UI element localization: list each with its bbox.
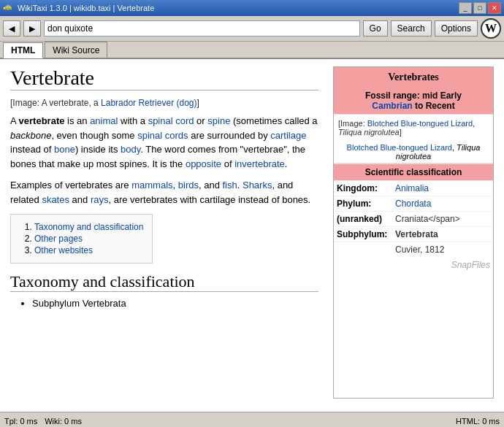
- status-bar: Tpl: 0 ms Wiki: 0 ms HTML: 0 ms: [0, 412, 504, 427]
- go-button[interactable]: Go: [363, 20, 388, 36]
- wiki-status: Wiki: 0 ms: [45, 417, 82, 426]
- phylum-label: Phylum:: [337, 199, 395, 209]
- window-controls: _ □ ✕: [459, 2, 501, 14]
- body-link[interactable]: body: [121, 144, 140, 155]
- subphylum-value: Vertebrata: [395, 229, 438, 239]
- infobox-row-phylum: Phylum: Chordata: [334, 196, 493, 211]
- lizard-caption-link[interactable]: Blotched Blue-tongued Lizard: [347, 143, 452, 152]
- cartilage-link[interactable]: cartilage: [270, 130, 306, 141]
- birds-link[interactable]: birds: [178, 180, 199, 191]
- infobox-image: [Image: Blotched Blue-tongued Lizard, Ti…: [334, 114, 493, 141]
- app-icon: 🚕: [3, 2, 15, 14]
- infobox: Vertebrates Fossil range: mid Early Camb…: [333, 66, 494, 399]
- chordata-link[interactable]: Chordata: [395, 199, 431, 209]
- phylum-value: Chordata: [395, 199, 431, 209]
- main-content: Vertebrate [Image: A vertebrate, a Labra…: [10, 66, 318, 404]
- section-title-taxonomy: Taxonomy and classification: [10, 272, 318, 292]
- animal-link[interactable]: animal: [90, 115, 118, 126]
- window-title: WikiTaxi 1.3.0 | wikidb.taxi | Vertebrat…: [18, 4, 459, 12]
- html-status: HTML: 0 ms: [456, 417, 500, 426]
- mammals-link[interactable]: mammals: [131, 180, 172, 191]
- toc-item-1[interactable]: Taxonomy and classification: [34, 222, 143, 232]
- unranked-value: Craniata</span>: [395, 214, 460, 224]
- back-button[interactable]: ◀: [3, 20, 20, 36]
- table-of-contents: Taxonomy and classification Other pages …: [10, 214, 153, 263]
- toolbar: ◀ ▶ Go Search Options W: [0, 16, 504, 42]
- infobox-row-unranked: (unranked) Craniata</span>: [334, 211, 493, 226]
- watermark: SnapFiles: [334, 257, 493, 273]
- minimize-button[interactable]: _: [459, 2, 472, 14]
- subphylum-label: Subphylum:: [337, 229, 395, 239]
- infobox-fossil-range: Fossil range: mid Early Cambrian to Rece…: [334, 88, 493, 114]
- bone-link[interactable]: bone: [54, 144, 75, 155]
- skates-link[interactable]: skates: [42, 194, 69, 205]
- infobox-row-kingdom: Kingdom: Animalia: [334, 180, 493, 196]
- unranked-label: (unranked): [337, 214, 395, 224]
- infobox-caption: Blotched Blue-tongued Lizard, Tiliqua ni…: [334, 141, 493, 164]
- title-bar: 🚕 WikiTaxi 1.3.0 | wikidb.taxi | Vertebr…: [0, 0, 504, 16]
- infobox-row-subphylum: Subphylum: Vertebrata: [334, 226, 493, 242]
- spine-link[interactable]: spine: [207, 115, 230, 126]
- image-link[interactable]: Labrador Retriever (dog): [101, 98, 196, 108]
- page-title: Vertebrate: [10, 66, 318, 91]
- search-button[interactable]: Search: [391, 20, 432, 36]
- rays-link[interactable]: rays: [91, 194, 109, 205]
- lizard-image-link[interactable]: Blotched Blue-tongued Lizard: [367, 119, 473, 128]
- examples-paragraph: Examples of vertebrates are mammals, bir…: [10, 178, 318, 207]
- bullet-list: Subphylum Vertebrata: [10, 298, 318, 309]
- intro-paragraph: A vertebrate is an animal with a spinal …: [10, 114, 318, 171]
- forward-button[interactable]: ▶: [23, 20, 41, 36]
- address-input[interactable]: [44, 20, 360, 36]
- cuvier-value: Cuvier, 1812: [395, 245, 444, 255]
- close-button[interactable]: ✕: [488, 2, 501, 14]
- options-button[interactable]: Options: [435, 20, 478, 36]
- sharks-link[interactable]: Sharks: [243, 180, 272, 191]
- animalia-link[interactable]: Animalia: [395, 183, 429, 193]
- toc-item-3[interactable]: Other websites: [34, 245, 93, 255]
- spinal-cord-link[interactable]: spinal cord: [148, 115, 194, 126]
- cambrian-link[interactable]: Cambrian: [372, 101, 412, 111]
- wikipedia-button[interactable]: W: [481, 18, 501, 39]
- kingdom-value: Animalia: [395, 183, 429, 193]
- tabs-bar: HTML Wiki Source: [0, 42, 504, 59]
- spinal-cords-link[interactable]: spinal cords: [137, 130, 188, 141]
- content-area[interactable]: Vertebrate [Image: A vertebrate, a Labra…: [0, 59, 504, 412]
- tab-wiki-source[interactable]: Wiki Source: [45, 42, 107, 58]
- opposite-link[interactable]: opposite: [186, 158, 221, 169]
- toc-list: Taxonomy and classification Other pages …: [20, 222, 143, 255]
- toc-item-2[interactable]: Other pages: [34, 234, 83, 244]
- cuvier-label: [337, 245, 395, 255]
- kingdom-label: Kingdom:: [337, 183, 395, 193]
- tab-html[interactable]: HTML: [3, 42, 43, 58]
- list-item: Subphylum Vertebrata: [32, 298, 318, 309]
- infobox-title: Vertebrates: [334, 67, 493, 88]
- infobox-row-cuvier: Cuvier, 1812: [334, 242, 493, 257]
- maximize-button[interactable]: □: [473, 2, 486, 14]
- image-caption: [Image: A vertebrate, a Labrador Retriev…: [10, 98, 318, 108]
- infobox-sci-header: Scientific classification: [334, 164, 493, 180]
- fish-link[interactable]: fish: [223, 180, 237, 191]
- invertebrate-link[interactable]: invertebrate: [234, 158, 285, 169]
- tpl-status: Tpl: 0 ms: [4, 417, 37, 426]
